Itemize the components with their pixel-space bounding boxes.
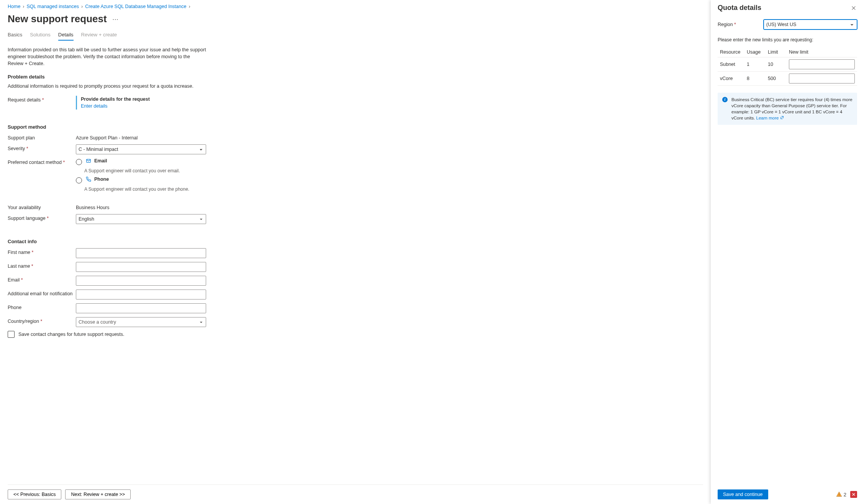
newlimit-subnet-input[interactable]	[789, 59, 855, 69]
save-contact-label: Save contact changes for future support …	[18, 332, 125, 337]
breadcrumb-create-mi[interactable]: Create Azure SQL Database Managed Instan…	[85, 4, 186, 9]
tabs: Basics Solutions Details Review + create	[8, 30, 703, 41]
severity-select[interactable]: C - Minimal impact	[76, 144, 206, 154]
country-select[interactable]: Choose a country	[76, 317, 206, 327]
last-name-field[interactable]	[76, 262, 206, 272]
table-row: Subnet 1 10	[718, 57, 857, 72]
country-label: Country/region *	[8, 317, 76, 324]
newlimit-vcore-input[interactable]	[789, 74, 855, 83]
cell-limit: 500	[766, 72, 787, 86]
save-contact-checkbox[interactable]	[8, 331, 15, 338]
breadcrumb-home[interactable]: Home	[8, 4, 20, 9]
cell-resource: Subnet	[718, 57, 744, 72]
chevron-right-icon: ›	[189, 4, 190, 9]
radio-phone[interactable]	[76, 177, 82, 183]
close-icon[interactable]	[850, 5, 857, 11]
cell-resource: vCore	[718, 72, 744, 86]
radio-email[interactable]	[76, 159, 82, 165]
cell-limit: 10	[766, 57, 787, 72]
page-title: New support request	[8, 13, 107, 25]
cell-usage: 1	[744, 57, 766, 72]
next-button[interactable]: Next: Review + create >>	[65, 489, 131, 499]
tab-review[interactable]: Review + create	[81, 30, 117, 41]
error-close-icon[interactable]	[850, 491, 857, 498]
availability-label: Your availability	[8, 203, 76, 210]
region-label: Region *	[718, 22, 764, 27]
request-details-label: Request details *	[8, 96, 76, 103]
chevron-right-icon: ›	[23, 4, 24, 9]
phone-field[interactable]	[76, 303, 206, 313]
radio-email-label: Email	[94, 158, 107, 164]
more-icon[interactable]: ⋯	[112, 16, 118, 23]
availability-value: Business Hours	[76, 203, 206, 210]
cell-usage: 8	[744, 72, 766, 86]
panel-title: Quota details	[718, 4, 761, 12]
tab-details[interactable]: Details	[58, 30, 74, 41]
breadcrumb-sql-mi[interactable]: SQL managed instances	[27, 4, 79, 9]
col-newlimit: New limit	[787, 47, 857, 57]
radio-phone-desc: A Support engineer will contact you over…	[84, 187, 206, 192]
col-resource: Resource	[718, 47, 744, 57]
tab-basics[interactable]: Basics	[8, 30, 22, 41]
svg-point-4	[839, 496, 839, 496]
phone-icon	[86, 177, 91, 182]
support-method-heading: Support method	[8, 124, 703, 130]
additional-email-label: Additional email for notification	[8, 290, 76, 296]
provide-details-box: Provide details for the request Enter de…	[76, 96, 206, 110]
breadcrumb: Home › SQL managed instances › Create Az…	[8, 3, 703, 12]
problem-details-sub: Additional information is required to pr…	[8, 83, 703, 89]
external-link-icon	[780, 116, 784, 119]
severity-label: Severity *	[8, 144, 76, 151]
enter-details-link[interactable]: Enter details	[81, 103, 206, 109]
email-field[interactable]	[76, 276, 206, 286]
support-plan-label: Support plan	[8, 134, 76, 141]
info-text: Business Critical (BC) service tier requ…	[731, 97, 853, 120]
intro-text: Information provided on this tab will be…	[8, 46, 207, 67]
tab-solutions[interactable]: Solutions	[30, 30, 50, 41]
language-select[interactable]: English	[76, 214, 206, 224]
save-continue-button[interactable]: Save and continue	[718, 489, 768, 499]
col-usage: Usage	[744, 47, 766, 57]
table-row: vCore 8 500	[718, 72, 857, 86]
mail-icon	[86, 158, 91, 164]
email-label: Email *	[8, 276, 76, 283]
radio-phone-label: Phone	[94, 177, 109, 182]
phone-label: Phone	[8, 303, 76, 310]
learn-more-link[interactable]: Learn more	[756, 116, 784, 120]
region-select[interactable]: (US) West US	[764, 20, 857, 29]
language-label: Support language *	[8, 214, 76, 221]
footer-bar: << Previous: Basics Next: Review + creat…	[8, 484, 703, 504]
support-plan-value: Azure Support Plan - Internal	[76, 134, 206, 141]
last-name-label: Last name *	[8, 262, 76, 269]
contact-method-label: Preferred contact method *	[8, 158, 76, 165]
warning-count: 2	[844, 492, 846, 497]
radio-email-desc: A Support engineer will contact you over…	[84, 168, 206, 173]
first-name-field[interactable]	[76, 248, 206, 258]
provide-details-title: Provide details for the request	[81, 97, 206, 102]
quota-table: Resource Usage Limit New limit Subnet 1 …	[718, 47, 857, 86]
quota-details-panel: Quota details Region * (US) West US Plea…	[711, 0, 864, 504]
col-limit: Limit	[766, 47, 787, 57]
first-name-label: First name *	[8, 248, 76, 255]
warning-icon	[836, 491, 842, 497]
contact-info-heading: Contact info	[8, 239, 703, 244]
additional-email-field[interactable]	[76, 290, 206, 299]
chevron-right-icon: ›	[81, 4, 83, 9]
info-box: i Business Critical (BC) service tier re…	[718, 93, 857, 125]
info-icon: i	[722, 97, 728, 102]
problem-details-heading: Problem details	[8, 74, 703, 80]
previous-button[interactable]: << Previous: Basics	[8, 489, 61, 499]
panel-instruction: Please enter the new limits you are requ…	[718, 37, 857, 43]
